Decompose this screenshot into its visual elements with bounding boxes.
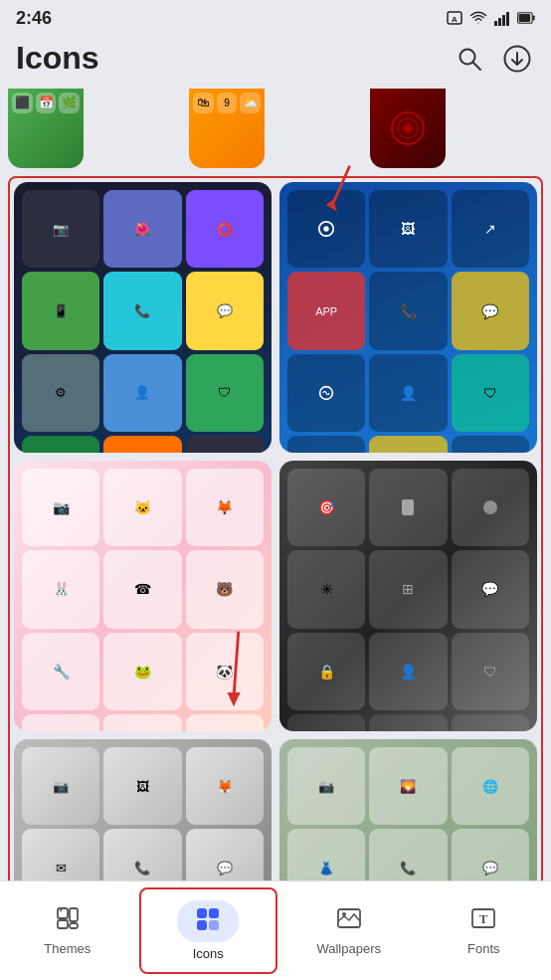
svg-rect-30 [70,923,78,928]
svg-rect-7 [533,16,535,21]
top-partial-row: ⬛ 📅 🌿 🛍 9 ⛅ [8,89,543,168]
nav-item-icons[interactable]: Icons [139,887,278,974]
svg-line-10 [473,63,480,70]
fonts-icon: T [470,905,496,937]
icon-pack-darkred[interactable] [370,89,446,168]
svg-text:T: T [479,911,488,926]
signal-icon [493,9,511,27]
svg-rect-28 [58,920,68,928]
header-actions [452,41,535,77]
icon-pack-blurred-dark[interactable]: 🎯 ✳ ⊞ 💬 🔒 👤 🛡 [279,461,537,731]
svg-rect-5 [506,12,509,26]
nav-item-wallpapers[interactable]: Wallpapers [281,882,417,980]
icon-pack-grid: ⬛ 📅 🌿 🛍 9 ⛅ [0,85,551,980]
svg-point-22 [483,500,497,514]
header: Icons [0,36,551,85]
icons-icon-wrap [177,900,239,942]
search-button[interactable] [452,41,487,77]
featured-grid: 📷 🌺 ⭕ 📱 📞 💬 ⚙ 👤 🛡 22 14 [14,182,537,980]
fonts-label: Fonts [467,941,500,956]
svg-rect-4 [502,15,505,26]
themes-icon [55,905,81,937]
svg-point-19 [323,226,328,231]
svg-rect-35 [209,920,219,930]
bottom-nav: Themes Icons Wallpapers [0,881,551,980]
svg-rect-33 [209,908,219,918]
icon-pack-pink-cute[interactable]: 📷 🐱 🦊 🐰 ☎ 🐻 🔧 🐸 🐼 🐹 📅 🌸 [14,461,272,731]
featured-section: 📷 🌺 ⭕ 📱 📞 💬 ⚙ 👤 🛡 22 14 [8,176,543,980]
status-time: 2:46 [16,8,52,29]
svg-point-37 [342,912,346,916]
svg-rect-21 [402,499,414,515]
wifi-icon [469,9,487,27]
svg-rect-2 [494,21,497,26]
icons-label: Icons [193,946,224,961]
themes-label: Themes [44,941,91,956]
battery-icon [517,9,535,27]
nav-item-fonts[interactable]: T Fonts [417,882,552,980]
svg-rect-3 [498,18,501,26]
icon-pack-blue-tech[interactable]: 🖼 ↗ APP 📞 💬 👤 🛡 22 14 [279,182,537,453]
status-icons: A [446,9,535,27]
wallpapers-icon [336,905,362,937]
svg-text:A: A [452,15,458,24]
svg-rect-29 [70,908,78,921]
svg-rect-34 [197,920,207,930]
icon-pack-green[interactable]: ⬛ 📅 🌿 [8,89,84,168]
svg-rect-27 [58,908,68,918]
icon-pack-dark-phone[interactable]: 📷 🌺 ⭕ 📱 📞 💬 ⚙ 👤 🛡 22 14 [14,182,272,453]
page-title: Icons [16,40,99,77]
download-button[interactable] [499,41,535,77]
status-bar: 2:46 A [0,0,551,36]
icons-icon [195,906,221,936]
wallpapers-label: Wallpapers [316,941,381,956]
nav-item-themes[interactable]: Themes [0,882,135,980]
svg-rect-32 [197,908,207,918]
icon-pack-orange[interactable]: 🛍 9 ⛅ [189,89,265,168]
svg-point-9 [460,49,475,64]
keyboard-icon: A [446,9,463,27]
svg-rect-8 [519,14,530,22]
